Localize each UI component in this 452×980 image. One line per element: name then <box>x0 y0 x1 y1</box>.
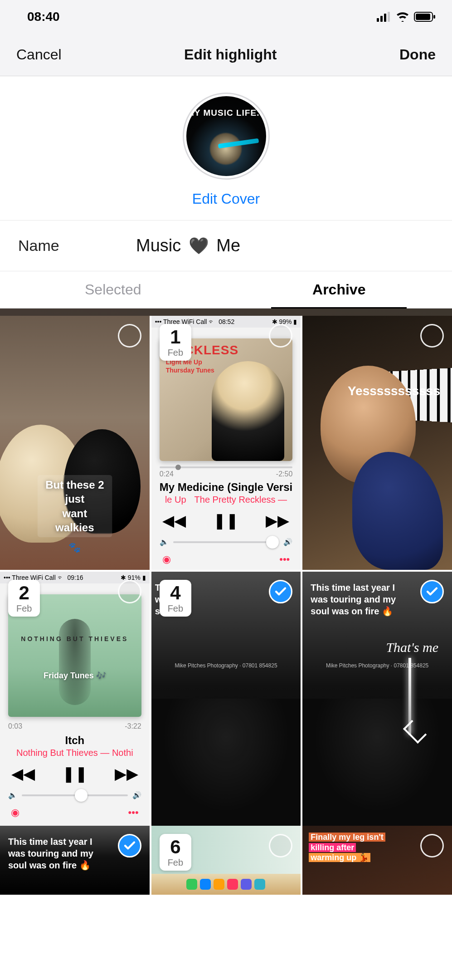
cover-section: MY MUSIC LIFE... Edit Cover <box>0 76 452 220</box>
date-badge: 4Feb <box>160 580 191 617</box>
more-icon: ••• <box>128 807 139 818</box>
cover-banner-text: MY MUSIC LIFE... <box>187 108 265 118</box>
story-caption: Yesssssssssss <box>348 384 440 398</box>
nav-bar: Cancel Edit highlight Done <box>0 34 452 76</box>
rewind-icon: ◀◀ <box>11 764 35 783</box>
select-toggle[interactable] <box>118 834 141 858</box>
name-label: Name <box>18 237 136 255</box>
story-thumb[interactable]: Yesssssssssss <box>302 316 452 570</box>
status-indicators <box>377 12 436 22</box>
more-icon: ••• <box>279 554 290 565</box>
story-thumb[interactable]: This time last year Iwas touring and mys… <box>302 572 452 826</box>
cancel-button[interactable]: Cancel <box>16 46 62 63</box>
select-toggle[interactable] <box>118 324 141 348</box>
svg-rect-0 <box>377 18 379 22</box>
svg-rect-3 <box>388 12 390 22</box>
cellular-icon <box>377 12 391 22</box>
done-button[interactable]: Done <box>399 46 436 63</box>
select-toggle[interactable] <box>269 324 292 348</box>
select-toggle[interactable] <box>420 324 444 348</box>
elapsed-time: 0:24 <box>160 470 174 478</box>
select-toggle[interactable] <box>269 834 292 858</box>
track-title: Itch <box>0 734 150 747</box>
cover-image[interactable]: MY MUSIC LIFE... <box>183 93 270 180</box>
status-bar: 08:40 <box>0 0 452 34</box>
svg-rect-5 <box>416 14 430 20</box>
date-badge: 2Feb <box>8 580 40 617</box>
playback-controls: ◀◀ ❚❚ ▶▶ <box>0 764 150 783</box>
playback-controls: ◀◀ ❚❚ ▶▶ <box>151 511 301 529</box>
story-thumb[interactable]: This time last year Iwas touring and mys… <box>0 826 150 895</box>
story-thumb[interactable]: 6Feb <box>151 826 301 895</box>
paws-icon: 🐾 <box>68 542 81 554</box>
forward-icon: ▶▶ <box>266 511 289 529</box>
story-thumb[interactable]: But these 2 justwant walkies 🐾 <box>0 316 150 570</box>
pause-icon: ❚❚ <box>62 764 87 783</box>
tabs: Selected Archive <box>0 271 452 309</box>
select-toggle[interactable] <box>420 834 444 858</box>
heart-icon: 🖤 <box>189 236 209 255</box>
thats-me-label: That's me <box>386 640 438 655</box>
story-caption: Finally my leg isn't killing after warmi… <box>309 832 385 863</box>
status-time: 08:40 <box>27 10 60 24</box>
story-thumb[interactable]: Finally my leg isn't killing after warmi… <box>302 826 452 895</box>
airplay-icon: ◉ <box>162 554 171 565</box>
select-toggle[interactable] <box>420 580 444 603</box>
photo-credit: Mike Pitches Photography · 07801 854825 <box>302 662 452 669</box>
story-thumb[interactable]: ••• Three WiFi Call ᯤ 08:52 ✱ 99% ▮ 1Feb… <box>151 316 301 570</box>
story-caption: This time last year Iwas touring and mys… <box>311 582 420 617</box>
volume-low-icon: 🔈 <box>8 791 17 799</box>
edit-cover-button[interactable]: Edit Cover <box>192 191 260 207</box>
stories-grid: But these 2 justwant walkies 🐾 ••• Three… <box>0 316 452 826</box>
select-toggle[interactable] <box>269 580 292 603</box>
svg-rect-6 <box>433 15 435 19</box>
date-badge: 6Feb <box>160 834 191 871</box>
volume-high-icon: 🔊 <box>132 791 141 799</box>
wifi-icon <box>396 12 409 22</box>
name-field-row[interactable]: Name Music 🖤 Me <box>0 220 452 271</box>
pause-icon: ❚❚ <box>213 511 238 529</box>
artist-row: Nothing But Thieves — Nothi <box>0 748 150 758</box>
elapsed-time: 0:03 <box>8 722 22 730</box>
artist-row: le UpThe Pretty Reckless — <box>151 495 301 505</box>
battery-icon <box>414 12 436 22</box>
remaining-time: -2:50 <box>276 470 292 478</box>
dock-icons <box>151 874 301 895</box>
story-caption: But these 2 justwant walkies <box>37 475 112 537</box>
track-title: My Medicine (Single Versi <box>151 481 301 494</box>
story-thumb[interactable]: ••• Three WiFi Call ᯤ 09:16 ✱ 91% ▮ 2Feb… <box>0 572 150 826</box>
page-title: Edit highlight <box>184 46 277 63</box>
airplay-icon: ◉ <box>11 807 19 818</box>
volume-low-icon: 🔈 <box>160 538 169 546</box>
progress-bar <box>160 466 293 468</box>
forward-icon: ▶▶ <box>115 764 138 783</box>
select-toggle[interactable] <box>118 580 141 603</box>
remaining-time: -3:22 <box>125 722 141 730</box>
svg-rect-1 <box>380 16 383 22</box>
tab-archive[interactable]: Archive <box>226 271 452 308</box>
volume-high-icon: 🔊 <box>283 538 292 546</box>
svg-rect-2 <box>384 14 386 22</box>
rewind-icon: ◀◀ <box>162 511 186 529</box>
date-badge: 1Feb <box>160 324 191 361</box>
name-input[interactable]: Music 🖤 Me <box>136 236 240 255</box>
grid-peek-row <box>0 309 452 316</box>
tab-selected[interactable]: Selected <box>0 271 226 308</box>
stories-grid-next: This time last year Iwas touring and mys… <box>0 826 452 895</box>
story-caption: This time last year Iwas touring and mys… <box>8 836 118 871</box>
story-thumb[interactable]: 4Feb Twas Mike Pitches Photography · 078… <box>151 572 301 826</box>
photo-credit: Mike Pitches Photography · 07801 854825 <box>151 662 301 669</box>
